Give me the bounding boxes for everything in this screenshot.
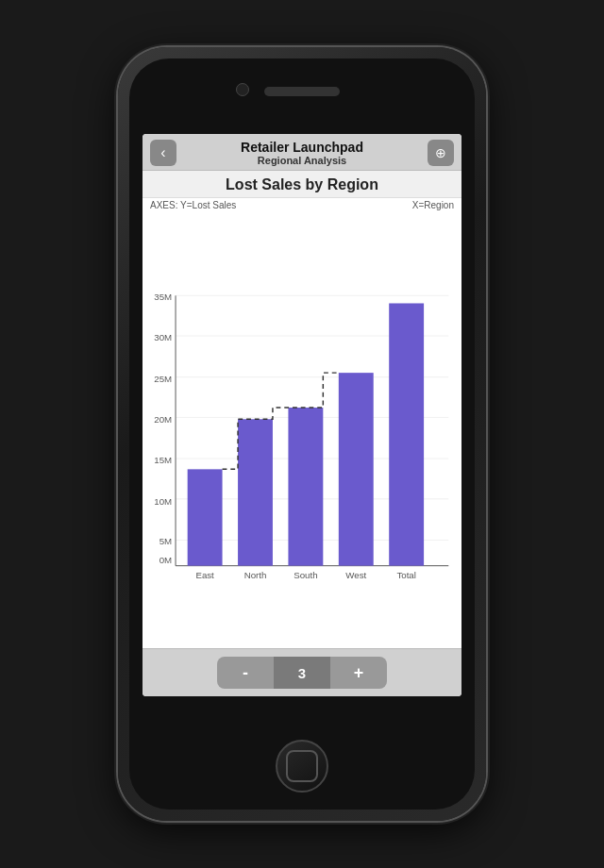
app-subtitle: Regional Analysis (176, 155, 428, 166)
svg-text:0M: 0M (159, 555, 172, 565)
phone-frame: ‹ Retailer Launchpad Regional Analysis ⊕… (118, 47, 486, 821)
svg-text:15M: 15M (154, 455, 172, 465)
bar-north (238, 419, 273, 565)
app-header: ‹ Retailer Launchpad Regional Analysis ⊕ (143, 134, 461, 171)
grid-button[interactable]: ⊕ (428, 140, 454, 166)
svg-text:30M: 30M (154, 332, 172, 342)
svg-text:20M: 20M (154, 414, 172, 425)
camera (236, 83, 249, 96)
page-controls: - 3 + (143, 648, 461, 696)
y-axis-label: AXES: Y=Lost Sales (150, 200, 236, 210)
next-page-button[interactable]: + (330, 657, 387, 689)
chart-area: 35M 30M 25M 20M 15M 10M 5M 0M (143, 212, 461, 648)
x-label-north: North (244, 570, 267, 580)
home-button[interactable] (276, 740, 328, 793)
home-button-inner (286, 750, 318, 782)
svg-text:25M: 25M (154, 374, 172, 384)
axes-labels: AXES: Y=Lost Sales X=Region (143, 198, 461, 212)
bar-total (389, 303, 424, 565)
app-screen: ‹ Retailer Launchpad Regional Analysis ⊕… (143, 134, 461, 696)
svg-text:5M: 5M (159, 536, 172, 546)
svg-text:10M: 10M (154, 496, 172, 507)
chart-svg: 35M 30M 25M 20M 15M 10M 5M 0M (146, 212, 458, 648)
header-center: Retailer Launchpad Regional Analysis (176, 140, 428, 166)
app-title: Retailer Launchpad (176, 140, 428, 155)
current-page-display: 3 (274, 657, 330, 689)
x-label-west: West (345, 570, 366, 580)
bar-west (339, 373, 374, 566)
bar-east (188, 469, 223, 565)
back-button[interactable]: ‹ (150, 140, 176, 166)
x-label-south: South (294, 570, 317, 580)
speaker (264, 87, 340, 96)
phone-inner: ‹ Retailer Launchpad Regional Analysis ⊕… (129, 58, 475, 810)
x-axis-label: X=Region (412, 200, 454, 210)
x-label-total: Total (396, 570, 415, 580)
x-label-east: East (195, 570, 214, 580)
prev-page-button[interactable]: - (217, 657, 274, 689)
bar-south (288, 408, 323, 566)
svg-text:35M: 35M (154, 292, 172, 302)
chart-title: Lost Sales by Region (143, 171, 461, 198)
